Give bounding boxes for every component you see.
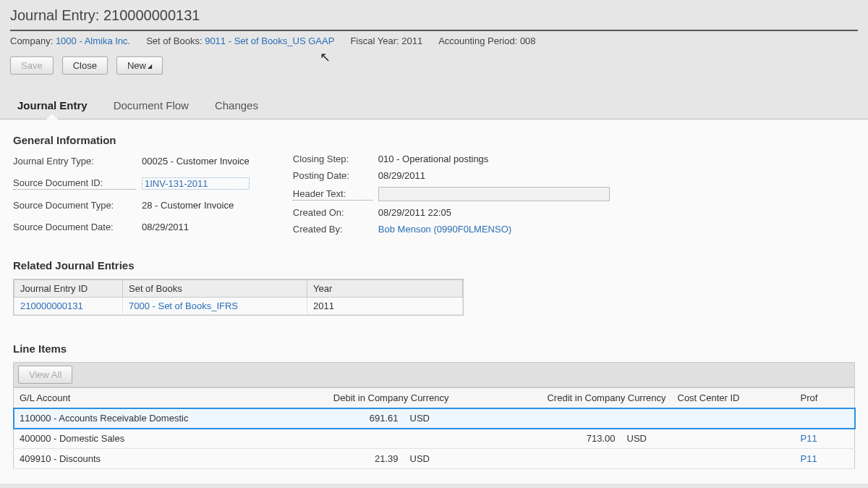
sdid-label: Source Document ID:: [13, 177, 136, 190]
li-gl: 110000 - Accounts Receivable Domestic: [14, 408, 260, 429]
sob-link[interactable]: 9011 - Set of Books_US GAAP: [205, 35, 334, 46]
line-items-toolbar: View All: [13, 362, 855, 387]
li-cc: [672, 429, 795, 449]
li-credit-cur: USD: [621, 429, 672, 449]
sdt-value: 28 - Customer Invoice: [142, 200, 250, 211]
sdid-link[interactable]: 1INV-131-2011: [142, 177, 250, 190]
header-rule: [10, 30, 858, 31]
li-credit-cur: [621, 449, 672, 469]
co-value: 08/29/2011 22:05: [378, 207, 610, 218]
li-col-credit: Credit in Company Currency: [455, 388, 672, 408]
save-button[interactable]: Save: [10, 56, 54, 75]
jet-label: Journal Entry Type:: [13, 156, 136, 167]
cs-value: 010 - Operational postings: [378, 153, 610, 164]
pd-value: 08/29/2011: [378, 170, 610, 181]
sdd-label: Source Document Date:: [13, 222, 136, 232]
related-id-link[interactable]: 210000000131: [20, 300, 83, 311]
line-items-title: Line Items: [13, 342, 855, 355]
li-cc: [672, 408, 795, 429]
related-col-sob: Set of Books: [123, 280, 307, 298]
li-col-prof: Prof: [795, 388, 855, 408]
li-debit: [260, 429, 404, 449]
li-debit-cur: USD: [404, 449, 455, 469]
close-button[interactable]: Close: [62, 56, 108, 75]
related-table-wrap: Journal Entry ID Set of Books Year 21000…: [13, 279, 464, 316]
related-sob-link[interactable]: 7000 - Set of Books_IFRS: [129, 300, 238, 311]
li-credit: 713.00: [455, 429, 621, 449]
related-row[interactable]: 210000000131 7000 - Set of Books_IFRS 20…: [14, 298, 463, 315]
related-col-id: Journal Entry ID: [14, 280, 123, 298]
general-info-grid: Journal Entry Type: 00025 - Customer Inv…: [13, 153, 855, 235]
tab-journal-entry[interactable]: Journal Entry: [13, 96, 92, 119]
tabs: Journal Entry Document Flow Changes: [0, 85, 868, 119]
header-meta-row: Company: 1000 - Almika Inc. Set of Books…: [10, 35, 858, 46]
line-item-row[interactable]: 110000 - Accounts Receivable Domestic 69…: [14, 408, 855, 429]
new-button[interactable]: New: [116, 56, 163, 75]
line-items-table: G/L Account Debit in Company Currency Cr…: [13, 387, 855, 469]
ht-label: Header Text:: [293, 188, 373, 201]
fy-label: Fiscal Year:: [350, 35, 399, 46]
general-left-col: Journal Entry Type: 00025 - Customer Inv…: [13, 153, 250, 235]
li-col-gl: G/L Account: [14, 388, 260, 408]
fy-value: 2011: [401, 35, 422, 46]
sdt-label: Source Document Type:: [13, 200, 136, 211]
li-gl: 409910 - Discounts: [14, 449, 260, 469]
related-table: Journal Entry ID Set of Books Year 21000…: [14, 279, 463, 315]
li-credit: [455, 408, 621, 429]
sdd-value: 08/29/2011: [142, 222, 250, 232]
li-credit-cur: [621, 408, 672, 429]
li-debit: 21.39: [260, 449, 404, 469]
li-debit-cur: [404, 429, 455, 449]
sob-label: Set of Books:: [146, 35, 202, 46]
ap-label: Accounting Period:: [438, 35, 517, 46]
li-col-debit: Debit in Company Currency: [260, 388, 455, 408]
general-info-title: General Information: [13, 134, 855, 146]
co-label: Created On:: [293, 207, 373, 218]
related-title: Related Journal Entries: [13, 259, 855, 272]
page-title: Journal Entry: 210000000131: [10, 7, 858, 24]
cb-label: Created By:: [293, 224, 373, 235]
toolbar: Save Close New: [10, 56, 858, 75]
li-gl: 400000 - Domestic Sales: [14, 429, 260, 449]
ap-value: 008: [520, 35, 536, 46]
cs-label: Closing Step:: [293, 153, 373, 164]
line-item-row[interactable]: 409910 - Discounts 21.39 USD P11: [14, 449, 855, 469]
header-text-input[interactable]: [378, 187, 610, 201]
jet-value: 00025 - Customer Invoice: [142, 156, 250, 167]
li-prof-link[interactable]: P11: [801, 453, 817, 464]
li-credit: [455, 449, 621, 469]
tab-document-flow[interactable]: Document Flow: [109, 96, 193, 119]
cb-link[interactable]: Bob Menson (0990F0LMENSO): [378, 224, 610, 235]
line-item-row[interactable]: 400000 - Domestic Sales 713.00 USD P11: [14, 429, 855, 449]
li-col-cc: Cost Center ID: [672, 388, 795, 408]
pd-label: Posting Date:: [293, 170, 373, 181]
li-cc: [672, 449, 795, 469]
li-debit-cur: USD: [404, 408, 455, 429]
general-right-col: Closing Step: 010 - Operational postings…: [293, 153, 610, 235]
li-prof-link[interactable]: P11: [801, 433, 817, 444]
li-debit: 691.61: [260, 408, 404, 429]
view-all-button[interactable]: View All: [18, 366, 72, 384]
company-link[interactable]: 1000 - Almika Inc.: [56, 35, 130, 46]
related-col-year: Year: [307, 280, 463, 298]
company-label: Company:: [10, 35, 53, 46]
related-year: 2011: [307, 298, 463, 315]
tab-changes[interactable]: Changes: [210, 96, 263, 119]
